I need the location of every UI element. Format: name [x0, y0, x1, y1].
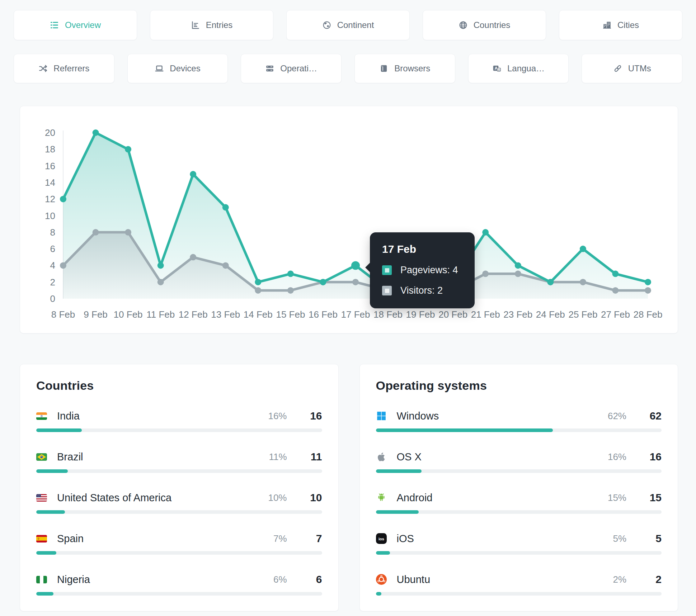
stat-percent: 16%: [268, 411, 287, 422]
x-tick-label: 13 Feb: [211, 309, 240, 320]
x-tick-label: 18 Feb: [373, 309, 403, 320]
progress-fill: [376, 428, 553, 432]
y-tick-label: 10: [45, 210, 55, 221]
visitors-point[interactable]: [645, 287, 651, 294]
visitors-point[interactable]: [222, 262, 229, 269]
operating-systems-panel: Operating systems Windows62%62OS X16%16A…: [359, 364, 678, 611]
visitors-point[interactable]: [612, 287, 619, 294]
ios-icon: ios: [376, 533, 388, 544]
pageviews-point[interactable]: [351, 261, 360, 270]
x-tick-label: 9 Feb: [84, 309, 108, 320]
pageviews-point[interactable]: [222, 204, 229, 210]
pageviews-point[interactable]: [60, 196, 66, 202]
svg-text:z: z: [498, 68, 500, 71]
y-tick-label: 14: [45, 177, 55, 188]
bar-chart-icon: [191, 20, 200, 30]
tab-entries[interactable]: Entries: [150, 10, 273, 40]
tab-cities[interactable]: Cities: [559, 10, 682, 40]
tab-operati[interactable]: Operati…: [241, 54, 342, 83]
x-tick-label: 10 Feb: [114, 309, 143, 320]
pageviews-point[interactable]: [547, 279, 554, 285]
progress-track: [376, 592, 662, 596]
tooltip-row-text: Pageviews: 4: [400, 265, 458, 276]
stat-label: India: [57, 410, 80, 422]
os-list: Windows62%62OS X16%16Android15%15iosiOS5…: [376, 410, 662, 596]
tab-continent[interactable]: Continent: [286, 10, 410, 40]
tooltip-row-visitors: Visitors: 2: [382, 285, 466, 296]
x-tick-label: 25 Feb: [568, 309, 597, 320]
pageviews-point[interactable]: [645, 279, 651, 285]
visitors-point[interactable]: [125, 229, 131, 236]
x-tick-label: 19 Feb: [406, 309, 435, 320]
visitors-point[interactable]: [93, 229, 99, 236]
pageviews-point[interactable]: [190, 171, 196, 177]
stat-label: Spain: [57, 533, 84, 545]
stat-value: 11: [296, 451, 322, 463]
stat-percent: 15%: [608, 492, 626, 503]
visitors-point[interactable]: [482, 271, 489, 277]
visitors-point[interactable]: [352, 279, 359, 285]
tab-referrers[interactable]: Referrers: [14, 54, 114, 83]
stat-row-ubuntu: Ubuntu2%2: [376, 573, 662, 596]
progress-track: [36, 551, 322, 555]
stat-value: 2: [636, 573, 662, 586]
visitors-point[interactable]: [515, 271, 521, 277]
stat-value: 10: [296, 492, 322, 504]
language-icon: Az: [492, 64, 502, 73]
laptop-icon: [155, 64, 164, 73]
progress-track: [36, 592, 322, 596]
x-tick-label: 14 Feb: [244, 309, 273, 320]
visitors-point[interactable]: [255, 287, 261, 294]
stat-label: iOS: [397, 533, 414, 545]
pageviews-point[interactable]: [157, 262, 164, 269]
tab-overview[interactable]: Overview: [14, 10, 137, 40]
visitors-point[interactable]: [190, 254, 196, 260]
pageviews-point[interactable]: [612, 271, 619, 277]
visitors-point[interactable]: [157, 279, 164, 285]
pageviews-point[interactable]: [287, 271, 294, 277]
visitors-point[interactable]: [580, 279, 586, 285]
pageviews-point[interactable]: [320, 279, 326, 285]
android-icon: [376, 492, 388, 503]
chart-tooltip: 17 Feb Pageviews: 4Visitors: 2: [370, 232, 475, 308]
servers-icon: [265, 64, 274, 73]
stat-row-os-x: OS X16%16: [376, 451, 662, 473]
x-tick-label: 15 Feb: [276, 309, 305, 320]
stat-label: Android: [397, 492, 433, 504]
progress-fill: [376, 551, 390, 555]
pageviews-point[interactable]: [515, 262, 521, 269]
progress-fill: [36, 592, 53, 596]
countries-list: India16%16Brazil11%11United States of Am…: [36, 410, 322, 596]
traffic-line-chart[interactable]: 024681012141618208 Feb9 Feb10 Feb11 Feb1…: [27, 110, 671, 326]
tab-devices[interactable]: Devices: [127, 54, 228, 83]
x-tick-label: 8 Feb: [51, 309, 75, 320]
progress-track: [376, 510, 662, 514]
tab-label: UTMs: [628, 63, 651, 74]
pageviews-point[interactable]: [255, 279, 261, 285]
pageviews-point[interactable]: [482, 229, 489, 236]
x-tick-label: 27 Feb: [601, 309, 630, 320]
y-tick-label: 12: [45, 194, 55, 204]
apple-icon: [376, 451, 388, 462]
visitors-point[interactable]: [287, 287, 294, 294]
stat-percent: 10%: [268, 492, 287, 503]
pageviews-point[interactable]: [125, 146, 131, 152]
tab-label: Browsers: [394, 63, 430, 74]
stat-row-spain: Spain7%7: [36, 532, 322, 555]
tab-label: Continent: [337, 20, 374, 30]
tab-utms[interactable]: UTMs: [582, 54, 682, 83]
tab-label: Entries: [206, 20, 233, 30]
x-tick-label: 21 Feb: [471, 309, 500, 320]
stat-value: 16: [636, 451, 662, 463]
visitors-point[interactable]: [60, 262, 66, 269]
tab-browsers[interactable]: Browsers: [354, 54, 455, 83]
stat-label: Nigeria: [57, 574, 90, 586]
tab-langua[interactable]: AzLangua…: [468, 54, 569, 83]
pageviews-point[interactable]: [93, 129, 99, 136]
tooltip-date: 17 Feb: [382, 243, 466, 255]
pageviews-point[interactable]: [580, 246, 586, 252]
stat-percent: 16%: [608, 451, 626, 463]
progress-fill: [376, 469, 422, 473]
stat-label: Ubuntu: [397, 574, 431, 586]
tab-countries[interactable]: Countries: [423, 10, 546, 40]
